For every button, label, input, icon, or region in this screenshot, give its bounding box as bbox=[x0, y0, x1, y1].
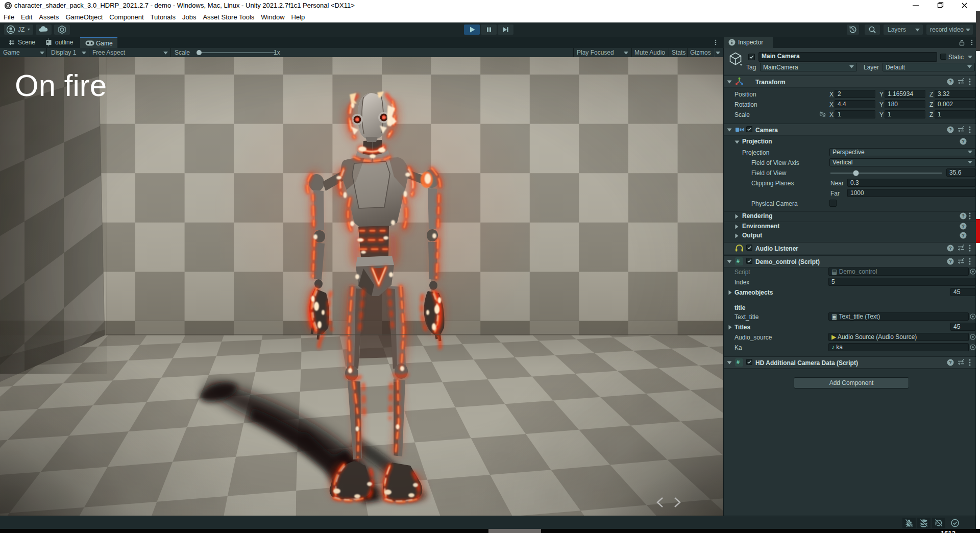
svg-text:?: ? bbox=[962, 233, 965, 238]
svg-text:?: ? bbox=[962, 139, 965, 144]
svg-text:?: ? bbox=[949, 259, 952, 264]
svg-text:?: ? bbox=[949, 246, 952, 251]
svg-text:JZ: JZ bbox=[18, 26, 24, 33]
svg-text:?: ? bbox=[949, 79, 952, 84]
svg-text:?: ? bbox=[949, 127, 952, 132]
svg-text:?: ? bbox=[962, 224, 965, 229]
svg-text:?: ? bbox=[949, 360, 952, 365]
svg-text:?: ? bbox=[962, 213, 965, 219]
